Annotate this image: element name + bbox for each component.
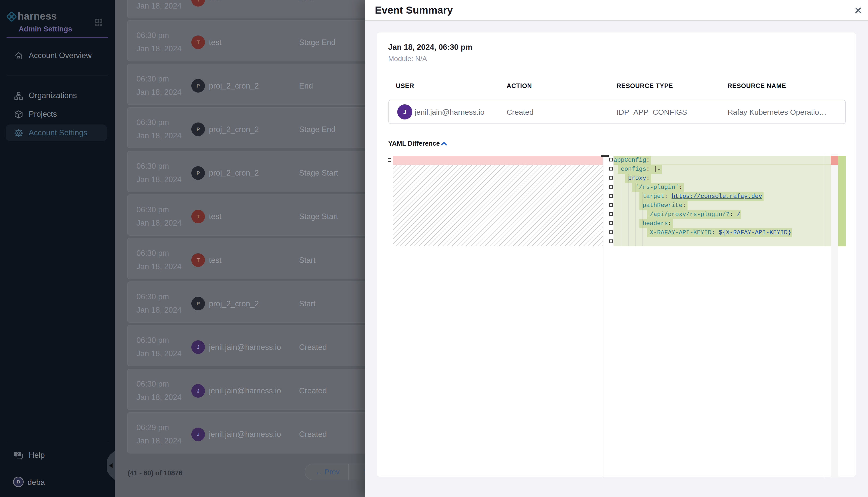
svg-text:?: ? xyxy=(16,452,19,456)
